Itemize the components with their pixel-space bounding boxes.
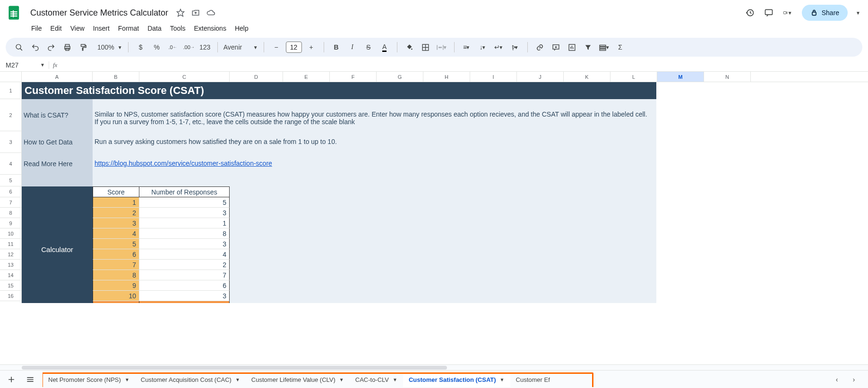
response-cell[interactable]: 3 xyxy=(139,291,230,301)
row-header-5[interactable]: 5 xyxy=(0,175,21,186)
insert-chart-icon[interactable] xyxy=(566,41,579,54)
row-header-3[interactable]: 3 xyxy=(0,131,21,153)
currency-icon[interactable]: $ xyxy=(134,41,147,54)
h-align-icon[interactable]: ≡▼ xyxy=(460,41,473,54)
bold-icon[interactable]: B xyxy=(330,41,343,54)
insert-comment-icon[interactable] xyxy=(550,41,563,54)
col-header-K[interactable]: K xyxy=(564,72,610,82)
print-icon[interactable] xyxy=(60,41,74,54)
text-how-to-get[interactable]: Run a survey asking customers how satisf… xyxy=(95,138,337,145)
name-box[interactable]: M27 xyxy=(3,61,38,69)
row-header-6[interactable]: 6 xyxy=(0,186,21,197)
increase-decimal-icon[interactable]: .00→ xyxy=(182,41,196,54)
row-header-2[interactable]: 2 xyxy=(0,99,21,131)
row-header-13[interactable]: 13 xyxy=(0,260,21,270)
menu-extensions[interactable]: Extensions xyxy=(190,23,230,34)
header-responses[interactable]: Number of Responses xyxy=(139,186,230,197)
col-header-E[interactable]: E xyxy=(283,72,330,82)
response-cell[interactable]: 7 xyxy=(139,270,230,280)
score-cell[interactable]: 3 xyxy=(93,218,139,228)
select-all-corner[interactable] xyxy=(0,72,22,82)
col-header-B[interactable]: B xyxy=(93,72,139,82)
link-read-more[interactable]: https://blog.hubspot.com/service/custome… xyxy=(95,160,272,167)
font-family[interactable]: Avenir xyxy=(223,43,252,51)
rotate-icon[interactable]: A▼ xyxy=(508,41,522,54)
response-cell[interactable]: 3 xyxy=(139,208,230,218)
score-cell[interactable]: 4 xyxy=(93,228,139,239)
col-header-N[interactable]: N xyxy=(704,72,751,82)
score-cell[interactable]: 9 xyxy=(93,280,139,291)
col-header-F[interactable]: F xyxy=(330,72,377,82)
label-what-is-csat[interactable]: What is CSAT? xyxy=(22,99,93,131)
comment-icon[interactable] xyxy=(764,8,773,17)
score-cell[interactable]: 8 xyxy=(93,270,139,280)
row-header-12[interactable]: 12 xyxy=(0,249,21,260)
menu-data[interactable]: Data xyxy=(144,23,165,34)
calculator-label[interactable]: Calculator xyxy=(22,186,93,303)
col-header-C[interactable]: C xyxy=(139,72,230,82)
meet-icon[interactable]: ▼ xyxy=(783,8,792,17)
row-header-17[interactable]: 17 xyxy=(0,301,21,303)
menu-file[interactable]: File xyxy=(27,23,46,34)
response-cell[interactable]: 6 xyxy=(139,280,230,291)
col-header-A[interactable]: A xyxy=(22,72,93,82)
row-header-1[interactable]: 1 xyxy=(0,82,21,99)
share-dropdown-icon[interactable]: ▼ xyxy=(856,10,860,16)
paint-format-icon[interactable] xyxy=(77,41,90,54)
label-read-more[interactable]: Read More Here xyxy=(22,153,93,175)
borders-icon[interactable] xyxy=(419,41,432,54)
menu-tools[interactable]: Tools xyxy=(166,23,189,34)
response-cell[interactable]: 1 xyxy=(139,218,230,228)
decrease-font-icon[interactable]: − xyxy=(270,41,283,54)
row-header-4[interactable]: 4 xyxy=(0,153,21,175)
score-cell[interactable]: 2 xyxy=(93,208,139,218)
col-header-I[interactable]: I xyxy=(470,72,517,82)
menu-format[interactable]: Format xyxy=(114,23,143,34)
col-header-G[interactable]: G xyxy=(377,72,423,82)
response-cell[interactable]: 2 xyxy=(139,260,230,270)
search-icon[interactable] xyxy=(12,41,26,54)
v-align-icon[interactable]: ↓▼ xyxy=(476,41,490,54)
total-value[interactable]: 42 xyxy=(139,301,230,303)
col-header-H[interactable]: H xyxy=(423,72,470,82)
score-cell[interactable]: 5 xyxy=(93,239,139,249)
share-button[interactable]: Share xyxy=(802,5,848,21)
row-header-16[interactable]: 16 xyxy=(0,291,21,301)
total-label[interactable]: Total xyxy=(93,301,139,303)
link-icon[interactable] xyxy=(533,41,547,54)
col-header-J[interactable]: J xyxy=(517,72,564,82)
sheets-logo[interactable] xyxy=(5,3,24,22)
score-cell[interactable]: 7 xyxy=(93,260,139,270)
response-cell[interactable]: 4 xyxy=(139,249,230,260)
functions-icon[interactable]: Σ xyxy=(614,41,627,54)
redo-icon[interactable] xyxy=(44,41,58,54)
increase-font-icon[interactable]: + xyxy=(305,41,318,54)
text-color-icon[interactable]: A xyxy=(378,41,391,54)
response-cell[interactable]: 5 xyxy=(139,197,230,208)
col-header-M[interactable]: M xyxy=(657,72,704,82)
col-header-D[interactable]: D xyxy=(230,72,283,82)
col-header-L[interactable]: L xyxy=(610,72,657,82)
filter-icon[interactable] xyxy=(582,41,595,54)
text-what-is-csat[interactable]: Similar to NPS, customer satisfaction sc… xyxy=(95,110,652,126)
menu-view[interactable]: View xyxy=(67,23,88,34)
row-header-14[interactable]: 14 xyxy=(0,270,21,280)
wrap-icon[interactable]: ↵▼ xyxy=(492,41,506,54)
row-header-8[interactable]: 8 xyxy=(0,208,21,218)
namebox-dropdown-icon[interactable]: ▼ xyxy=(40,62,45,67)
filter-views-icon[interactable]: ▼ xyxy=(598,41,611,54)
star-icon[interactable] xyxy=(176,8,185,17)
response-cell[interactable]: 3 xyxy=(139,239,230,249)
score-cell[interactable]: 6 xyxy=(93,249,139,260)
menu-insert[interactable]: Insert xyxy=(89,23,113,34)
cloud-icon[interactable] xyxy=(206,8,215,17)
history-icon[interactable] xyxy=(745,8,755,17)
number-format[interactable]: 123 xyxy=(198,41,212,54)
row-header-9[interactable]: 9 xyxy=(0,218,21,228)
menu-edit[interactable]: Edit xyxy=(47,23,66,34)
decrease-decimal-icon[interactable]: .0← xyxy=(166,41,180,54)
score-cell[interactable]: 1 xyxy=(93,197,139,208)
response-cell[interactable]: 8 xyxy=(139,228,230,239)
zoom-dropdown-icon[interactable]: ▼ xyxy=(118,45,122,50)
italic-icon[interactable]: I xyxy=(346,41,359,54)
